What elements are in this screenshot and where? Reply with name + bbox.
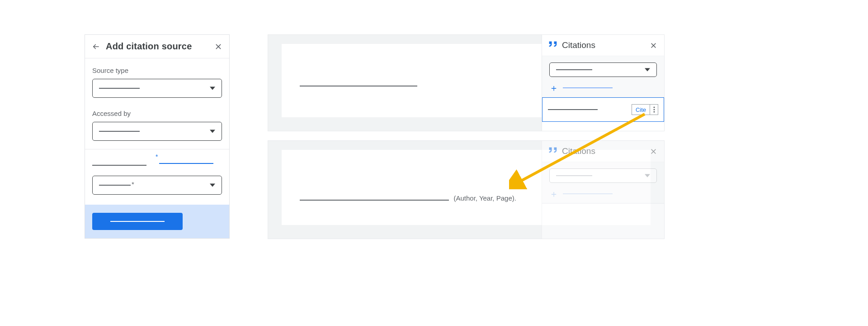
cite-button[interactable]: Cite: [632, 106, 650, 113]
text-field[interactable]: [92, 165, 146, 166]
citations-body: ＋: [542, 162, 664, 203]
submit-button[interactable]: [92, 213, 183, 230]
required-text-field[interactable]: *: [159, 158, 213, 166]
chevron-down-icon: [645, 174, 650, 177]
citations-title: Citations: [562, 40, 644, 50]
svg-point-7: [653, 111, 655, 112]
required-select[interactable]: *: [92, 176, 222, 195]
accessed-by-label: Accessed by: [92, 110, 222, 117]
select-value-placeholder: [99, 88, 140, 89]
citations-title: Citations: [562, 146, 644, 156]
source-title-placeholder: [548, 109, 598, 110]
select-value-placeholder: [99, 131, 140, 132]
quote-icon: [548, 147, 557, 156]
panel-header: Add citation source: [85, 35, 229, 58]
citations-body: ＋: [542, 56, 664, 97]
cite-chip: Cite: [632, 104, 658, 115]
svg-point-5: [653, 106, 655, 108]
plus-icon: ＋: [549, 83, 558, 92]
button-label-placeholder: [110, 221, 165, 222]
required-star-icon: *: [132, 180, 134, 188]
quote-icon: [548, 41, 557, 50]
select-value-placeholder: [99, 185, 131, 186]
source-type-label: Source type: [92, 67, 222, 74]
citation-source-item: [542, 203, 664, 218]
document-text-placeholder: [300, 86, 417, 86]
citations-panel-faded: Citations ＋: [542, 140, 665, 239]
chevron-down-icon: [210, 87, 215, 90]
citations-header: Citations: [542, 35, 664, 56]
back-arrow-icon[interactable]: [91, 42, 100, 51]
svg-point-6: [653, 109, 655, 110]
chevron-down-icon: [645, 68, 650, 72]
panel-body: Source type Accessed by * *: [85, 58, 229, 195]
source-type-select[interactable]: [92, 79, 222, 98]
citations-header: Citations: [542, 141, 664, 162]
required-star-icon: *: [156, 153, 158, 160]
add-citation-source-panel: Add citation source Source type Accessed…: [85, 34, 230, 239]
citation-format-select[interactable]: [549, 168, 657, 183]
panel-title: Add citation source: [106, 41, 208, 52]
citations-panel: Citations ＋ Cite: [542, 34, 665, 131]
field-row: *: [92, 149, 222, 166]
more-options-button[interactable]: [650, 105, 658, 115]
chevron-down-icon: [210, 184, 215, 187]
document-text-placeholder: [300, 200, 449, 201]
citation-source-card[interactable]: Cite: [542, 97, 664, 122]
inline-citation-text: (Author, Year, Page).: [453, 194, 516, 202]
citation-format-select[interactable]: [549, 62, 657, 77]
add-source-label-placeholder: [563, 87, 613, 88]
close-icon[interactable]: [214, 42, 223, 51]
chevron-down-icon: [210, 130, 215, 133]
accessed-by-select[interactable]: [92, 122, 222, 141]
plus-icon: ＋: [549, 189, 558, 198]
panel-footer: [85, 205, 229, 238]
close-icon[interactable]: [649, 147, 658, 156]
select-value-placeholder: [556, 175, 592, 176]
add-source-label-placeholder: [563, 193, 613, 194]
select-value-placeholder: [556, 69, 592, 70]
close-icon[interactable]: [649, 41, 658, 50]
add-citation-source-row[interactable]: ＋: [549, 83, 657, 92]
add-citation-source-row[interactable]: ＋: [549, 189, 657, 198]
